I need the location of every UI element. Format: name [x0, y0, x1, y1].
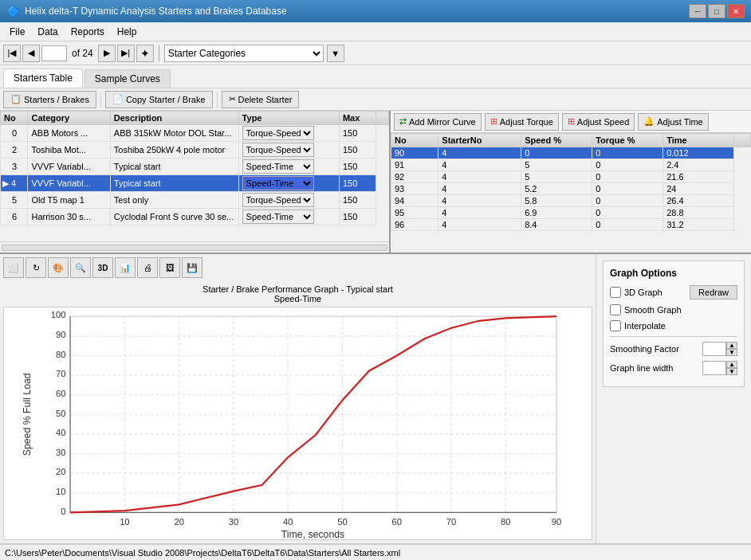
smoothing-spinner: ▲ ▼: [726, 342, 737, 356]
save-button[interactable]: 💾: [182, 257, 202, 278]
new-record-button[interactable]: ✦: [136, 45, 154, 62]
linewidth-down-button[interactable]: ▼: [726, 368, 737, 375]
smoothing-down-button[interactable]: ▼: [726, 349, 737, 356]
minimize-button[interactable]: ─: [689, 4, 706, 18]
menu-data[interactable]: Data: [31, 25, 64, 39]
right-table-row[interactable]: 9345.2024: [391, 183, 751, 195]
cell-starterNo: 4: [438, 147, 521, 159]
right-table-row[interactable]: 9445.8026.4: [391, 195, 751, 207]
add-mirror-button[interactable]: ⇄ Add Mirror Curve: [394, 113, 482, 131]
cell-type[interactable]: Torque-SpeedSpeed-Time: [238, 142, 339, 159]
type-select[interactable]: Torque-SpeedSpeed-Time: [242, 159, 314, 174]
svg-text:20: 20: [174, 517, 183, 527]
cell-time: 0.012: [663, 147, 734, 159]
type-select[interactable]: Torque-SpeedSpeed-Time: [242, 193, 314, 207]
separator: [217, 92, 218, 108]
left-scrollbar[interactable]: [0, 241, 389, 253]
record-of-label: of 24: [69, 48, 96, 59]
left-table-area: No Category Description Type Max 0ABB Mo…: [0, 111, 391, 253]
cell-no: 0: [1, 125, 28, 142]
cell-max: 150: [339, 125, 376, 142]
cell-starterNo: 4: [438, 171, 521, 183]
type-select[interactable]: Torque-SpeedSpeed-Time: [242, 143, 314, 157]
redraw-button[interactable]: Redraw: [690, 285, 737, 300]
left-table-row[interactable]: 2Toshiba Mot...Toshiba 250kW 4 pole moto…: [1, 142, 389, 159]
linewidth-up-button[interactable]: ▲: [726, 361, 737, 368]
cell-time: 2.4: [663, 159, 734, 171]
palette-button[interactable]: 🖼: [159, 257, 180, 278]
menu-reports[interactable]: Reports: [65, 25, 111, 39]
svg-text:30: 30: [56, 448, 65, 457]
color-button[interactable]: 🎨: [48, 257, 69, 278]
right-table-row[interactable]: 914502.4: [391, 159, 751, 171]
smoothing-factor-input[interactable]: 6: [702, 342, 726, 356]
tab-starters-table[interactable]: Starters Table: [3, 69, 83, 88]
reset-view-button[interactable]: ⬜: [3, 257, 24, 278]
refresh-button[interactable]: ↻: [26, 257, 46, 278]
right-table-scroll[interactable]: No StarterNo Speed % Torque % Time 90400…: [391, 133, 751, 253]
svg-text:90: 90: [56, 330, 65, 339]
copy-starter-button[interactable]: 📄 Copy Starter / Brake: [105, 91, 213, 108]
left-table-row[interactable]: 5Old T5 map 1Test onlyTorque-SpeedSpeed-…: [1, 192, 389, 209]
tab-sample-curves[interactable]: Sample Curves: [85, 69, 171, 88]
left-table-row[interactable]: ▶ 4VVVF Variabl...Typical startTorque-Sp…: [1, 175, 389, 192]
right-table-row[interactable]: 9648.4031.2: [391, 219, 751, 231]
menu-file[interactable]: File: [3, 25, 31, 39]
right-table-row[interactable]: 9546.9028.8: [391, 207, 751, 219]
cell-type[interactable]: Torque-SpeedSpeed-Time: [238, 175, 339, 192]
right-table-area: ⇄ Add Mirror Curve ⊞ Adjust Torque ⊞ Adj…: [391, 111, 751, 253]
cell-type[interactable]: Torque-SpeedSpeed-Time: [238, 192, 339, 209]
3d-button[interactable]: 3D: [92, 257, 113, 278]
right-table-row[interactable]: 904000.012: [391, 147, 751, 159]
zoom-in-button[interactable]: 🔍: [70, 257, 91, 278]
cell-starterNo: 4: [438, 207, 521, 219]
starters-brakes-button[interactable]: 📋 Starters / Brakes: [3, 91, 96, 108]
cell-type[interactable]: Torque-SpeedSpeed-Time: [238, 159, 339, 175]
delete-starter-button[interactable]: ✂ Delete Starter: [222, 91, 300, 108]
right-panel: Graph Options 3D Graph Redraw Smooth Gra…: [596, 254, 751, 543]
linewidth-spinner: ▲ ▼: [726, 361, 737, 375]
next-record-button[interactable]: ▶: [98, 45, 116, 62]
record-number-input[interactable]: 4: [41, 45, 67, 61]
adjust-speed-button[interactable]: ⊞ Adjust Speed: [562, 113, 635, 131]
col-category: Category: [28, 112, 110, 125]
adjust-time-button[interactable]: 🔔 Adjust Time: [638, 113, 708, 131]
prev-record-button[interactable]: ◀: [22, 45, 40, 62]
first-record-button[interactable]: |◀: [3, 45, 21, 62]
print-button[interactable]: 🖨: [137, 257, 158, 278]
cell-category: Harrison 30 s...: [28, 209, 110, 225]
last-record-button[interactable]: ▶|: [117, 45, 135, 62]
left-table-scroll[interactable]: No Category Description Type Max 0ABB Mo…: [0, 111, 389, 241]
right-table-row[interactable]: 9245021.6: [391, 171, 751, 183]
smooth-graph-checkbox[interactable]: [610, 304, 621, 315]
svg-text:30: 30: [229, 517, 238, 527]
maximize-button[interactable]: □: [708, 4, 725, 18]
app-title: Helix delta-T Dynamic Analysis Starters …: [25, 6, 287, 17]
svg-text:10: 10: [120, 517, 129, 527]
dropdown-arrow-button[interactable]: ▼: [327, 45, 344, 62]
linewidth-input[interactable]: 2: [702, 361, 726, 375]
chart-button[interactable]: 📊: [115, 257, 136, 278]
starter-category-select[interactable]: Starter Categories All Starters: [164, 45, 324, 62]
type-select[interactable]: Torque-SpeedSpeed-Time: [242, 126, 314, 140]
left-table-row[interactable]: 0ABB Motors ...ABB 315kW Motor DOL Star.…: [1, 125, 389, 142]
cell-max: 150: [339, 159, 376, 175]
close-button[interactable]: ✕: [727, 4, 745, 18]
adjust-torque-button[interactable]: ⊞ Adjust Torque: [485, 113, 559, 131]
type-select[interactable]: Torque-SpeedSpeed-Time: [242, 176, 314, 190]
cell-type[interactable]: Torque-SpeedSpeed-Time: [238, 125, 339, 142]
smoothing-factor-option: Smoothing Factor 6 ▲ ▼: [610, 342, 737, 356]
cell-time: 26.4: [663, 195, 734, 207]
interpolate-checkbox[interactable]: [610, 320, 621, 331]
smoothing-up-button[interactable]: ▲: [726, 342, 737, 349]
cell-type[interactable]: Torque-SpeedSpeed-Time: [238, 209, 339, 225]
cell-torque: 0: [592, 219, 663, 231]
left-table-row[interactable]: 3VVVF Variabl...Typical startTorque-Spee…: [1, 159, 389, 175]
scroll-thumb[interactable]: [2, 245, 387, 251]
menu-help[interactable]: Help: [111, 25, 144, 39]
mirror-icon: ⇄: [399, 116, 407, 127]
type-select[interactable]: Torque-SpeedSpeed-Time: [242, 210, 314, 224]
left-table-row[interactable]: 6Harrison 30 s...Cyclodal Front S curve …: [1, 209, 389, 225]
3d-graph-checkbox[interactable]: [610, 287, 621, 298]
cell-no: 92: [391, 171, 438, 183]
